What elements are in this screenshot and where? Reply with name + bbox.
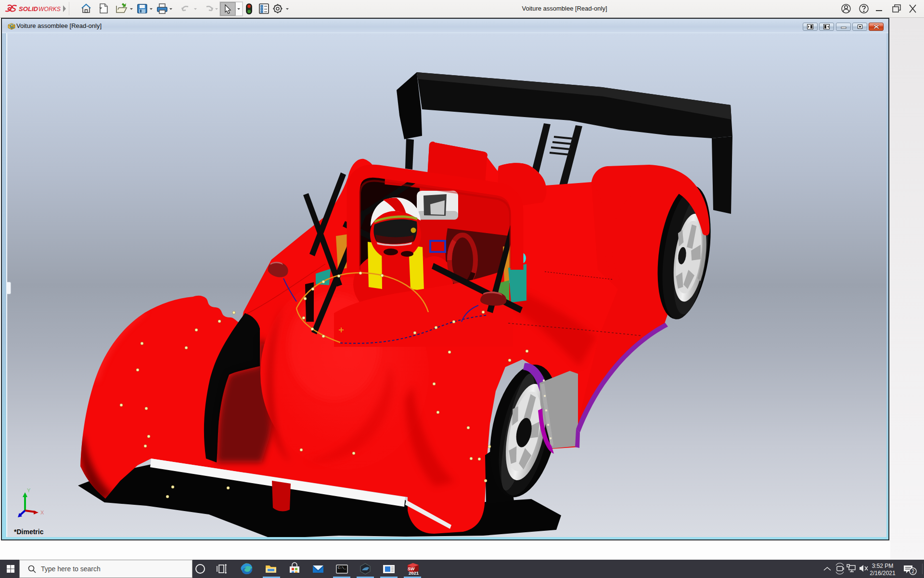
svg-text:2/16/2021: 2/16/2021 <box>870 570 896 577</box>
svg-text:X: X <box>40 510 44 515</box>
svg-text:C:\_: C:\_ <box>338 566 346 570</box>
svg-text:*Dimetric: *Dimetric <box>14 528 44 536</box>
svg-text:SOLID: SOLID <box>19 5 38 13</box>
svg-text:2021: 2021 <box>409 570 419 576</box>
svg-text:Y: Y <box>27 487 31 493</box>
svg-text:WORKS: WORKS <box>38 5 61 13</box>
svg-text:2: 2 <box>911 569 914 574</box>
svg-text:3:52 PM: 3:52 PM <box>872 563 894 569</box>
